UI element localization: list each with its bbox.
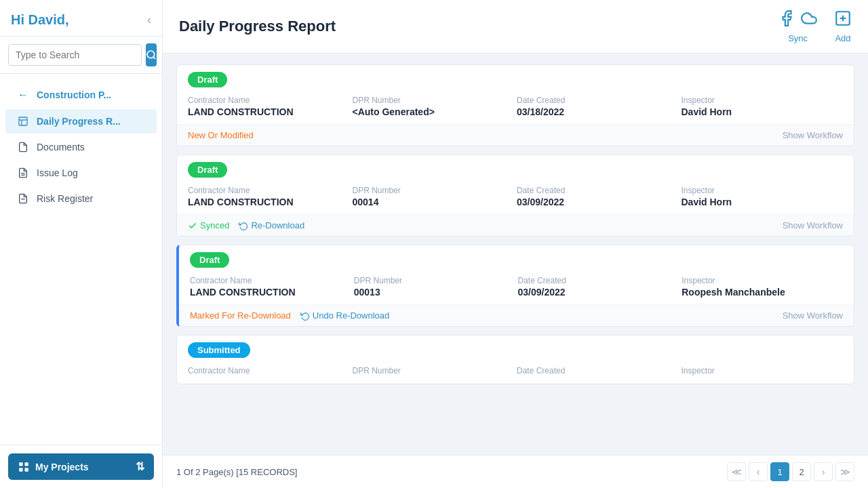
field-label: Date Created bbox=[517, 186, 679, 195]
issue-log-icon bbox=[16, 167, 30, 178]
marked-redownload-label: Marked For Re-Download bbox=[190, 310, 291, 321]
main-content: Daily Progress Report Sync bbox=[163, 0, 868, 488]
next-page-button[interactable]: › bbox=[814, 462, 833, 481]
field-value: 03/18/2022 bbox=[517, 106, 679, 117]
collapse-icon[interactable]: ‹ bbox=[147, 13, 151, 27]
first-page-button[interactable]: ≪ bbox=[727, 462, 746, 481]
record-fields: Contractor Name LAND CONSTRUCTION DPR Nu… bbox=[179, 273, 854, 304]
record-card-1[interactable]: Draft Contractor Name LAND CONSTRUCTION … bbox=[176, 64, 854, 146]
record-card-3[interactable]: Draft Contractor Name LAND CONSTRUCTION … bbox=[176, 245, 854, 327]
svg-rect-11 bbox=[25, 468, 28, 471]
field-inspector: Inspector bbox=[682, 366, 844, 377]
sync-label: Sync bbox=[788, 33, 808, 43]
field-contractor: Contractor Name LAND CONSTRUCTION bbox=[190, 276, 351, 298]
search-bar bbox=[0, 37, 162, 74]
greeting: Hi David, bbox=[11, 12, 69, 28]
field-label: Date Created bbox=[517, 96, 679, 105]
new-or-modified-link[interactable]: New Or Modified bbox=[188, 130, 254, 140]
back-arrow-icon: ← bbox=[16, 89, 30, 101]
badge-row: Draft bbox=[179, 245, 854, 273]
field-value: LAND CONSTRUCTION bbox=[188, 197, 350, 207]
field-date: Date Created 03/18/2022 bbox=[517, 96, 679, 117]
sidebar-item-documents[interactable]: Documents bbox=[5, 135, 157, 159]
field-label: Inspector bbox=[682, 186, 844, 195]
field-value: <Auto Generated> bbox=[353, 106, 515, 117]
redownload-link[interactable]: Re-Download bbox=[239, 220, 304, 230]
field-label: DPR Number bbox=[353, 366, 515, 375]
field-inspector: Inspector David Horn bbox=[682, 186, 844, 207]
field-inspector: Inspector David Horn bbox=[682, 96, 844, 117]
sync-button[interactable]: Sync bbox=[778, 9, 818, 43]
sidebar-item-label: Risk Register bbox=[37, 193, 93, 204]
risk-register-icon bbox=[16, 193, 30, 204]
add-icon bbox=[834, 9, 852, 31]
main-header: Daily Progress Report Sync bbox=[163, 0, 868, 54]
field-inspector: Inspector Roopesh Manchanbele bbox=[682, 276, 843, 298]
status-badge: Draft bbox=[190, 252, 229, 268]
field-label: Inspector bbox=[682, 276, 843, 285]
svg-rect-2 bbox=[19, 117, 27, 125]
record-card-4[interactable]: Submitted Contractor Name DPR Number Dat… bbox=[176, 335, 854, 384]
search-icon bbox=[146, 49, 157, 60]
search-button[interactable] bbox=[146, 43, 157, 66]
synced-icon bbox=[188, 221, 197, 230]
field-value: David Horn bbox=[682, 197, 844, 207]
field-date: Date Created 03/09/2022 bbox=[517, 186, 679, 207]
add-button[interactable]: Add bbox=[834, 9, 852, 43]
page-1-button[interactable]: 1 bbox=[770, 462, 789, 481]
record-footer: New Or Modified Show Workflow bbox=[177, 124, 854, 146]
my-projects-label: My Projects bbox=[35, 462, 89, 472]
pagination-bar: 1 Of 2 Page(s) [15 RECORDS] ≪ ‹ 1 2 › ≫ bbox=[163, 455, 868, 488]
svg-rect-9 bbox=[25, 462, 28, 466]
field-label: Contractor Name bbox=[188, 96, 350, 105]
field-value: Roopesh Manchanbele bbox=[682, 287, 843, 298]
field-value: 00014 bbox=[353, 197, 515, 207]
record-fields: Contractor Name LAND CONSTRUCTION DPR Nu… bbox=[177, 93, 854, 124]
sidebar-item-label: Issue Log bbox=[37, 167, 78, 178]
svg-rect-10 bbox=[19, 468, 22, 471]
svg-point-0 bbox=[147, 51, 155, 58]
daily-progress-icon bbox=[16, 116, 30, 127]
sidebar-item-construction-p[interactable]: ← Construction P... bbox=[5, 82, 157, 108]
status-badge: Draft bbox=[188, 162, 227, 178]
page-2-button[interactable]: 2 bbox=[792, 462, 811, 481]
record-fields: Contractor Name DPR Number Date Created … bbox=[177, 363, 854, 384]
my-projects-button[interactable]: My Projects ⇅ bbox=[8, 453, 154, 480]
field-contractor: Contractor Name bbox=[188, 366, 350, 377]
field-value: LAND CONSTRUCTION bbox=[190, 287, 351, 298]
sidebar-item-label: Daily Progress R... bbox=[37, 116, 121, 127]
prev-page-button[interactable]: ‹ bbox=[749, 462, 768, 481]
field-value: LAND CONSTRUCTION bbox=[188, 106, 350, 117]
field-label: Contractor Name bbox=[188, 366, 350, 375]
field-label: Date Created bbox=[517, 366, 679, 375]
refresh-icon bbox=[239, 221, 248, 230]
field-label: Contractor Name bbox=[190, 276, 351, 285]
field-label: Inspector bbox=[682, 96, 844, 105]
status-badge: Draft bbox=[188, 72, 227, 87]
chevron-up-down-icon: ⇅ bbox=[136, 460, 144, 473]
field-contractor: Contractor Name LAND CONSTRUCTION bbox=[188, 186, 350, 207]
undo-redownload-link[interactable]: Undo Re-Download bbox=[300, 310, 389, 321]
page-title: Daily Progress Report bbox=[179, 18, 336, 35]
show-workflow-link[interactable]: Show Workflow bbox=[783, 310, 843, 321]
show-workflow-link[interactable]: Show Workflow bbox=[783, 220, 843, 230]
sidebar-item-daily-progress[interactable]: Daily Progress R... bbox=[5, 109, 157, 134]
sidebar-item-risk-register[interactable]: Risk Register bbox=[5, 186, 157, 211]
badge-row: Submitted bbox=[177, 336, 854, 363]
field-label: DPR Number bbox=[354, 276, 515, 285]
sidebar-nav: ← Construction P... Daily Progress R... … bbox=[0, 74, 162, 445]
search-input[interactable] bbox=[8, 44, 142, 66]
field-dpr: DPR Number bbox=[353, 366, 515, 377]
record-footer: Marked For Re-Download Undo Re-Download … bbox=[179, 304, 854, 326]
add-label: Add bbox=[835, 33, 850, 43]
show-workflow-link[interactable]: Show Workflow bbox=[783, 130, 843, 140]
record-card-2[interactable]: Draft Contractor Name LAND CONSTRUCTION … bbox=[176, 155, 854, 237]
field-label: DPR Number bbox=[353, 96, 515, 105]
sidebar-item-issue-log[interactable]: Issue Log bbox=[5, 161, 157, 185]
field-dpr: DPR Number <Auto Generated> bbox=[353, 96, 515, 117]
field-dpr: DPR Number 00013 bbox=[354, 276, 515, 298]
sidebar-footer: My Projects ⇅ bbox=[0, 445, 162, 488]
sidebar: Hi David, ‹ ← Construction P... Daily Pr… bbox=[0, 0, 163, 488]
last-page-button[interactable]: ≫ bbox=[835, 462, 854, 481]
badge-row: Draft bbox=[177, 65, 854, 93]
